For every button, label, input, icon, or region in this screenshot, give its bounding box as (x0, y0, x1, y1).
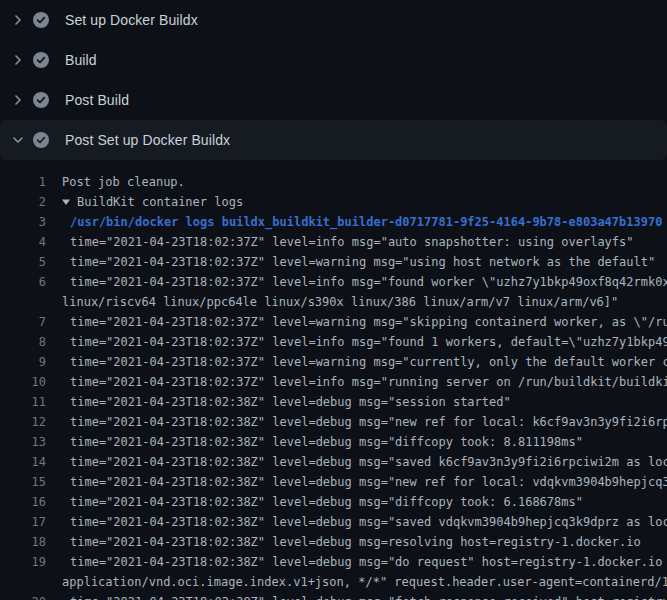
log-text: time="2021-04-23T18:02:38Z" level=debug … (46, 492, 667, 512)
log-command-text: /usr/bin/docker logs buildx_buildkit_bui… (46, 212, 667, 232)
log-text: time="2021-04-23T18:02:38Z" level=debug … (46, 452, 667, 472)
step-label: Set up Docker Buildx (65, 12, 198, 28)
log-text: time="2021-04-23T18:02:37Z" level=info m… (46, 332, 667, 352)
log-text: time="2021-04-23T18:02:38Z" level=debug … (46, 532, 667, 552)
chevron-right-icon (12, 94, 24, 106)
log-console: 1 Post job cleanup. 2 BuildKit container… (0, 172, 667, 600)
log-text: time="2021-04-23T18:02:38Z" level=debug … (46, 592, 667, 600)
log-text: application/vnd.oci.image.index.v1+json,… (46, 572, 667, 592)
check-circle-icon (33, 92, 49, 108)
line-number[interactable]: 18 (0, 532, 46, 552)
log-text: linux/riscv64 linux/ppc64le linux/s390x … (46, 292, 667, 312)
log-line: 11 time="2021-04-23T18:02:38Z" level=deb… (0, 392, 667, 412)
log-line: 6 time="2021-04-23T18:02:37Z" level=info… (0, 272, 667, 292)
line-number (0, 572, 46, 592)
log-text: time="2021-04-23T18:02:38Z" level=debug … (46, 512, 667, 532)
step-label: Post Set up Docker Buildx (65, 132, 230, 148)
log-group-toggle[interactable]: 2 BuildKit container logs (0, 192, 667, 212)
log-text: time="2021-04-23T18:02:37Z" level=warnin… (46, 252, 667, 272)
line-number[interactable]: 11 (0, 392, 46, 412)
line-number[interactable]: 14 (0, 452, 46, 472)
log-line: 9 time="2021-04-23T18:02:37Z" level=warn… (0, 352, 667, 372)
log-line: 3 /usr/bin/docker logs buildx_buildkit_b… (0, 212, 667, 232)
log-line: 16 time="2021-04-23T18:02:38Z" level=deb… (0, 492, 667, 512)
log-text: time="2021-04-23T18:02:38Z" level=debug … (46, 392, 667, 412)
log-line: 5 time="2021-04-23T18:02:37Z" level=warn… (0, 252, 667, 272)
log-text: time="2021-04-23T18:02:37Z" level=warnin… (46, 352, 667, 372)
log-text: Post job cleanup. (46, 172, 667, 192)
line-number[interactable]: 15 (0, 472, 46, 492)
check-circle-icon (33, 52, 49, 68)
log-group-label: BuildKit container logs (46, 192, 667, 212)
step-header-build[interactable]: Build (0, 40, 667, 80)
line-number[interactable]: 8 (0, 332, 46, 352)
log-line: 15 time="2021-04-23T18:02:38Z" level=deb… (0, 472, 667, 492)
log-text: time="2021-04-23T18:02:38Z" level=debug … (46, 432, 667, 452)
log-line: 19 time="2021-04-23T18:02:38Z" level=deb… (0, 552, 667, 572)
line-number[interactable]: 6 (0, 272, 46, 292)
log-text: time="2021-04-23T18:02:38Z" level=debug … (46, 472, 667, 492)
log-text: time="2021-04-23T18:02:38Z" level=debug … (46, 552, 667, 572)
line-number[interactable]: 9 (0, 352, 46, 372)
log-line: 12 time="2021-04-23T18:02:38Z" level=deb… (0, 412, 667, 432)
log-line: 13 time="2021-04-23T18:02:38Z" level=deb… (0, 432, 667, 452)
log-text: time="2021-04-23T18:02:37Z" level=info m… (46, 232, 667, 252)
line-number[interactable]: 7 (0, 312, 46, 332)
step-label: Post Build (65, 92, 129, 108)
log-text: time="2021-04-23T18:02:37Z" level=info m… (46, 372, 667, 392)
log-line-wrap: linux/riscv64 linux/ppc64le linux/s390x … (0, 292, 667, 312)
step-header-post-setup-docker-buildx[interactable]: Post Set up Docker Buildx (0, 120, 667, 160)
line-number[interactable]: 5 (0, 252, 46, 272)
job-steps-list: Set up Docker Buildx Build Post Build Po… (0, 0, 667, 160)
line-number[interactable]: 1 (0, 172, 46, 192)
log-text: time="2021-04-23T18:02:37Z" level=info m… (46, 272, 667, 292)
step-label: Build (65, 52, 97, 68)
check-circle-icon (33, 12, 49, 28)
log-line: 18 time="2021-04-23T18:02:38Z" level=deb… (0, 532, 667, 552)
chevron-right-icon (12, 14, 24, 26)
line-number[interactable]: 19 (0, 552, 46, 572)
log-line: 7 time="2021-04-23T18:02:37Z" level=warn… (0, 312, 667, 332)
line-number[interactable]: 13 (0, 432, 46, 452)
log-line: 8 time="2021-04-23T18:02:37Z" level=info… (0, 332, 667, 352)
step-header-setup-docker-buildx[interactable]: Set up Docker Buildx (0, 0, 667, 40)
line-number[interactable]: 20 (0, 592, 46, 600)
line-number[interactable]: 12 (0, 412, 46, 432)
check-circle-icon (33, 132, 49, 148)
line-number (0, 292, 46, 312)
triangle-down-icon (62, 192, 70, 212)
chevron-down-icon (12, 134, 24, 146)
line-number[interactable]: 10 (0, 372, 46, 392)
log-text: time="2021-04-23T18:02:37Z" level=warnin… (46, 312, 667, 332)
step-header-post-build[interactable]: Post Build (0, 80, 667, 120)
log-line: 14 time="2021-04-23T18:02:38Z" level=deb… (0, 452, 667, 472)
log-line: 10 time="2021-04-23T18:02:37Z" level=inf… (0, 372, 667, 392)
line-number[interactable]: 3 (0, 212, 46, 232)
line-number[interactable]: 16 (0, 492, 46, 512)
log-text: time="2021-04-23T18:02:38Z" level=debug … (46, 412, 667, 432)
log-line-wrap: application/vnd.oci.image.index.v1+json,… (0, 572, 667, 592)
line-number[interactable]: 17 (0, 512, 46, 532)
log-line: 4 time="2021-04-23T18:02:37Z" level=info… (0, 232, 667, 252)
log-line: 17 time="2021-04-23T18:02:38Z" level=deb… (0, 512, 667, 532)
log-group-title: BuildKit container logs (77, 195, 243, 209)
log-line: 20 time="2021-04-23T18:02:38Z" level=deb… (0, 592, 667, 600)
line-number[interactable]: 4 (0, 232, 46, 252)
log-line: 1 Post job cleanup. (0, 172, 667, 192)
line-number[interactable]: 2 (0, 192, 46, 212)
chevron-right-icon (12, 54, 24, 66)
